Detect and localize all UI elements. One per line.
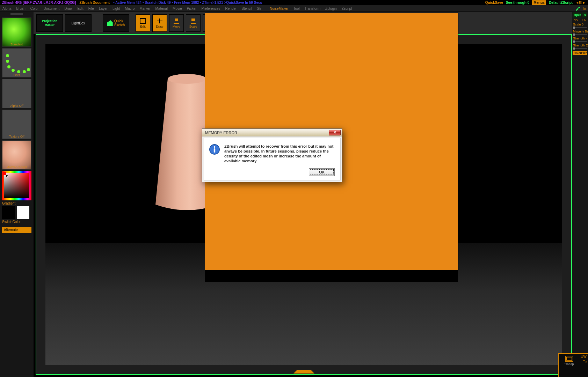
strength2-slider[interactable]: [573, 48, 587, 49]
move-mode-button[interactable]: Move: [169, 14, 184, 32]
default-zscript-link[interactable]: DefaultZScript: [549, 1, 573, 5]
stroke-tile[interactable]: Dots: [2, 48, 31, 77]
svg-rect-9: [214, 148, 215, 153]
right-tray: Transp UW Te: [558, 353, 588, 377]
lightbox-button[interactable]: LightBox: [65, 14, 92, 32]
noisemaker-panel-footer: [205, 270, 458, 282]
alpha-label: Alpha Off: [2, 104, 31, 108]
quicksave-link[interactable]: QuickSave: [485, 1, 503, 5]
alert-indicator[interactable]: ◄!!!►: [575, 1, 586, 5]
menu-stroke[interactable]: Str: [254, 7, 264, 10]
stroke-label: Dots: [2, 73, 31, 77]
open-button[interactable]: Open: [573, 13, 581, 17]
menu-layer[interactable]: Layer: [96, 7, 110, 10]
document-name: ZBrush Document: [79, 1, 110, 5]
menu-render[interactable]: Render: [223, 7, 239, 10]
texture-label: Texture Off: [2, 135, 31, 138]
menu-tool[interactable]: Tool: [291, 7, 302, 10]
close-icon[interactable]: ✕: [329, 130, 341, 135]
menu-brush[interactable]: Brush: [14, 7, 28, 10]
pin-icon[interactable]: [575, 6, 581, 11]
projection-master-button[interactable]: Projection Master: [36, 14, 63, 32]
alpha-tile[interactable]: Alpha Off: [2, 79, 31, 108]
scale-mode-button[interactable]: Scale: [186, 14, 201, 32]
switchcolor-button[interactable]: SwitchColor: [0, 219, 34, 225]
menus-button[interactable]: Menus: [532, 0, 546, 5]
quicksketch-icon: [107, 20, 113, 26]
svg-rect-4: [191, 19, 195, 21]
strength1-slider-label: Strength -: [572, 36, 588, 40]
uw-button[interactable]: UW: [581, 355, 587, 358]
scale-icon: [190, 18, 197, 24]
menu-file[interactable]: File: [86, 7, 96, 10]
strength1-slider[interactable]: [573, 41, 587, 42]
menu-noisemaker[interactable]: NoiseMaker: [267, 7, 291, 10]
left-palette: Standard Dots Alpha Off Texture Off MatC…: [0, 12, 34, 377]
seethrough-label: See-through 0: [506, 1, 529, 5]
draw-mode-button[interactable]: Draw: [152, 14, 167, 32]
dialog-title: MEMORY ERROR: [204, 131, 237, 135]
quicksketch-button[interactable]: Quick Sketch: [103, 14, 129, 32]
menu-transform[interactable]: Transform: [302, 7, 323, 10]
scale-slider-label: Scale 0: [572, 22, 588, 27]
right-panel: Open S 3D Uv Scale 0 Magnify By Strength…: [572, 12, 588, 377]
memory-stats: • Active Mem 424 • Scratch Disk 49 • Fre…: [113, 1, 262, 5]
brush-label: Standard: [2, 43, 31, 46]
info-icon: [209, 144, 220, 155]
svg-point-8: [214, 146, 215, 148]
menu-light[interactable]: Light: [110, 7, 123, 10]
dialog-titlebar[interactable]: MEMORY ERROR ✕: [202, 129, 342, 136]
texture-tile[interactable]: Texture Off: [2, 110, 31, 139]
svg-rect-0: [140, 19, 146, 23]
main-menubar: Alpha Brush Color Document Draw Edit Fil…: [0, 5, 588, 12]
scale-slider[interactable]: [573, 27, 587, 28]
menu-macro[interactable]: Macro: [123, 7, 137, 10]
material-tile[interactable]: MatCap Sculpt: [2, 140, 31, 170]
menu-alpha[interactable]: Alpha: [0, 7, 14, 10]
color-picker[interactable]: [2, 171, 31, 200]
edit-mode-button[interactable]: Edit: [136, 14, 150, 32]
alternate-button[interactable]: Alternate: [2, 227, 31, 233]
tool-label[interactable]: To: [582, 7, 586, 10]
svg-rect-3: [175, 19, 178, 21]
menu-zplugin[interactable]: Zplugin: [323, 7, 339, 10]
3d-toggle[interactable]: 3D: [573, 18, 580, 22]
move-icon: [173, 18, 180, 24]
menu-marker[interactable]: Marker: [137, 7, 153, 10]
te-button[interactable]: Te: [583, 360, 587, 364]
brush-tile[interactable]: Standard: [2, 17, 31, 47]
magnify-slider[interactable]: [573, 34, 587, 35]
picker-cursor-icon: [6, 175, 8, 177]
menu-edit[interactable]: Edit: [75, 7, 86, 10]
app-name: ZBrush 4R5 [IEKF-ZVAR-LMJR-AKFJ-GQXG]: [2, 1, 76, 5]
colorblend-button[interactable]: ColorBlend: [573, 51, 587, 55]
tray-expand-icon[interactable]: [297, 370, 311, 374]
svg-point-6: [168, 74, 206, 84]
picked-color-icon: [3, 172, 6, 175]
gradient-label[interactable]: Gradient: [0, 200, 34, 206]
transp-icon[interactable]: [565, 356, 573, 362]
menu-draw[interactable]: Draw: [62, 7, 75, 10]
menu-stencil[interactable]: Stencil: [239, 7, 254, 10]
strength2-slider-label: Strength E: [572, 43, 588, 47]
menu-preferences[interactable]: Preferences: [199, 7, 223, 10]
menu-movie[interactable]: Movie: [170, 7, 184, 10]
menu-document[interactable]: Document: [41, 7, 62, 10]
s-button[interactable]: S: [582, 13, 587, 17]
uv-toggle[interactable]: Uv: [581, 18, 587, 22]
swatch-white[interactable]: [17, 206, 29, 219]
draw-icon: [156, 18, 163, 24]
palette-grip[interactable]: [10, 13, 23, 15]
menu-zscript[interactable]: Zscript: [339, 7, 355, 10]
dots-icon: [2, 49, 31, 77]
error-dialog: MEMORY ERROR ✕ ZBrush will attempt to re…: [202, 128, 342, 182]
dialog-message: ZBrush will attempt to recover from this…: [224, 144, 335, 163]
menu-picker[interactable]: Picker: [184, 7, 199, 10]
ok-button[interactable]: OK: [309, 168, 335, 176]
menu-material[interactable]: Material: [153, 7, 170, 10]
magnify-slider-label: Magnify By: [572, 29, 588, 34]
app-titlebar: ZBrush 4R5 [IEKF-ZVAR-LMJR-AKFJ-GQXG] ZB…: [0, 0, 588, 5]
menu-color[interactable]: Color: [28, 7, 41, 10]
material-label: MatCap Sculpt: [2, 165, 31, 169]
swatch-black[interactable]: [2, 206, 15, 219]
